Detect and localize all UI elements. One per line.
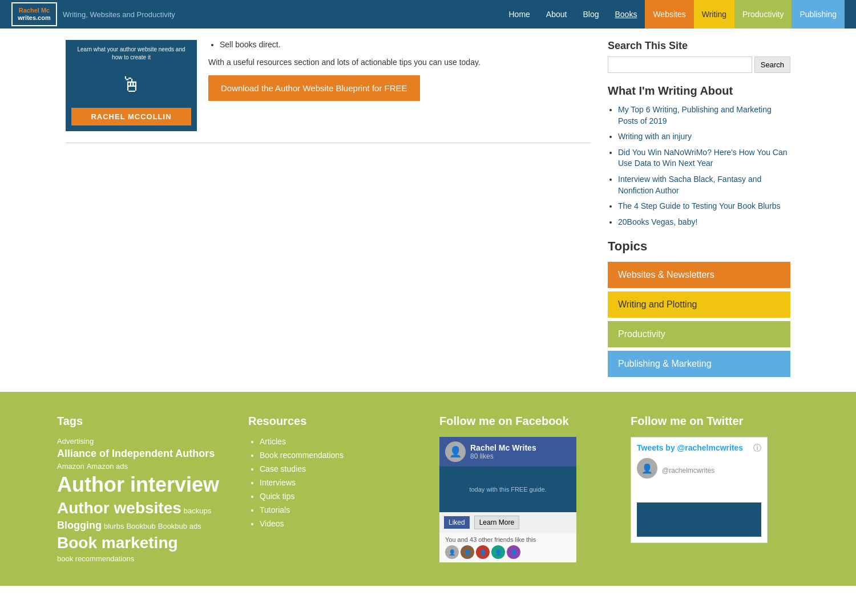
- logo-line1: Rachel Mc: [19, 7, 50, 14]
- tag-link[interactable]: Advertising: [57, 437, 94, 445]
- resource-list-item: Articles: [260, 437, 417, 446]
- tag-link[interactable]: book recommendations: [57, 554, 134, 563]
- resource-link[interactable]: Interviews: [260, 478, 296, 487]
- fb-avatar: 👤: [445, 441, 466, 462]
- tw-post: 👤 Rachel McCollin/McLean @rachelmcwrites…: [637, 458, 761, 497]
- promo-list: Sell books direct.: [208, 40, 591, 49]
- topic-btn-websites[interactable]: Websites & Newsletters: [608, 262, 790, 288]
- tag-link[interactable]: Amazon ads: [87, 462, 128, 471]
- nav-links: Home About Blog Books Websites Writing P…: [500, 0, 845, 29]
- tags-list: Advertising Alliance of Independent Auth…: [57, 437, 225, 563]
- tag-link[interactable]: Bookbub: [126, 522, 155, 530]
- tag-link[interactable]: Bookbub ads: [158, 522, 201, 530]
- writing-list-item[interactable]: My Top 6 Writing, Publishing and Marketi…: [618, 104, 790, 127]
- nav-publishing[interactable]: Publishing: [792, 0, 845, 29]
- fb-actions: Liked Learn More: [439, 512, 576, 533]
- tagline: Writing, Websites and Productivity: [63, 10, 175, 19]
- twitter-box: Tweets by @rachelmcwrites ⓘ 👤 Rachel McC…: [631, 437, 768, 542]
- tw-image: [637, 502, 761, 537]
- fb-friend-4: 👤: [491, 545, 505, 559]
- tw-tweet-text: How to Hire an Editor for Your Book rviv…: [662, 477, 761, 497]
- topics-list: Websites & NewslettersWriting and Plotti…: [608, 262, 790, 377]
- search-button[interactable]: Search: [754, 56, 790, 73]
- nav-productivity[interactable]: Productivity: [734, 0, 792, 29]
- fb-friend-2: 👤: [461, 545, 474, 559]
- facebook-title: Follow me on Facebook: [439, 415, 608, 428]
- topic-btn-writing[interactable]: Writing and Plotting: [608, 291, 790, 318]
- topic-btn-publishing[interactable]: Publishing & Marketing: [608, 351, 790, 377]
- resource-list-item: Tutorials: [260, 505, 417, 514]
- divider: [66, 143, 591, 143]
- tag-link[interactable]: Alliance of Independent Authors: [57, 448, 215, 460]
- resource-link[interactable]: Case studies: [260, 464, 306, 473]
- nav-websites[interactable]: Websites: [645, 0, 693, 29]
- tags-section: Tags Advertising Alliance of Independent…: [57, 415, 225, 563]
- tag-link[interactable]: Book marketing: [57, 534, 178, 552]
- fb-likes: 80 likes: [470, 452, 536, 460]
- fb-friend-1: 👤: [445, 545, 459, 559]
- writing-list-item[interactable]: Interview with Sacha Black, Fantasy and …: [618, 174, 790, 196]
- fb-name: Rachel Mc Writes: [470, 443, 536, 452]
- fb-friends-text: You and 43 other friends like this: [445, 536, 571, 543]
- nav-writing[interactable]: Writing: [694, 0, 734, 29]
- fb-friends: You and 43 other friends like this 👤 👤 👤…: [439, 533, 576, 562]
- writing-list-item[interactable]: Writing with an injury: [618, 131, 790, 143]
- resource-link[interactable]: Tutorials: [260, 505, 290, 514]
- sidebar-search: Search This Site Search: [608, 40, 790, 73]
- writing-list-item[interactable]: 20Books Vegas, baby!: [618, 217, 790, 228]
- page-container: Learn what your author website needs and…: [57, 29, 799, 392]
- topic-btn-productivity[interactable]: Productivity: [608, 321, 790, 347]
- tag-link[interactable]: Blogging: [57, 520, 102, 532]
- nav-blog[interactable]: Blog: [575, 0, 607, 29]
- writing-list-item[interactable]: Did You Win NaNoWriMo? Here's How You Ca…: [618, 147, 790, 169]
- fb-friend-avatars: 👤 👤 👤 👤 👤: [445, 545, 571, 559]
- fb-learn-button[interactable]: Learn More: [474, 516, 519, 529]
- nav-books[interactable]: Books: [607, 0, 645, 29]
- tw-author-name: Rachel McCollin/McLean: [662, 458, 761, 467]
- tag-link[interactable]: Author websites: [57, 499, 181, 517]
- facebook-section: Follow me on Facebook 👤 Rachel Mc Writes…: [439, 415, 608, 563]
- logo[interactable]: Rachel Mc writes.com: [11, 2, 57, 26]
- tw-avatar: 👤: [637, 458, 657, 479]
- tag-link[interactable]: backups: [184, 506, 211, 515]
- tag-link[interactable]: blurbs: [104, 522, 124, 530]
- nav-about[interactable]: About: [538, 0, 575, 29]
- tw-author-handle[interactable]: @rachelmcwrites: [662, 467, 761, 475]
- resource-link[interactable]: Videos: [260, 519, 284, 528]
- tw-handle-label[interactable]: @rachelmcwrites: [677, 443, 744, 452]
- twitter-title: Follow me on Twitter: [631, 415, 799, 428]
- resource-link[interactable]: Articles: [260, 437, 286, 446]
- facebook-box: 👤 Rachel Mc Writes 80 likes today with t…: [439, 437, 576, 562]
- fb-friend-5: 👤: [507, 545, 520, 559]
- fb-liked-button[interactable]: Liked: [444, 516, 470, 529]
- twitter-section: Follow me on Twitter Tweets by @rachelmc…: [631, 415, 799, 563]
- cursor-icon: 🖱: [121, 73, 142, 97]
- sidebar: Search This Site Search What I'm Writing…: [608, 40, 790, 380]
- tag-link[interactable]: Author interview: [57, 473, 219, 497]
- footer-inner: Tags Advertising Alliance of Independent…: [57, 415, 799, 563]
- nav-home[interactable]: Home: [500, 0, 538, 29]
- logo-line2: writes.com: [18, 14, 50, 22]
- tw-header: Tweets by @rachelmcwrites ⓘ: [637, 443, 761, 453]
- resource-list-item: Videos: [260, 519, 417, 528]
- resources-list: ArticlesBook recommendationsCase studies…: [248, 437, 417, 528]
- writing-list: My Top 6 Writing, Publishing and Marketi…: [608, 104, 790, 228]
- download-button[interactable]: Download the Author Website Blueprint fo…: [208, 75, 420, 101]
- promo-list-item: Sell books direct.: [220, 40, 591, 49]
- main-content: Learn what your author website needs and…: [66, 40, 591, 380]
- brand: Rachel Mc writes.com Writing, Websites a…: [11, 2, 175, 26]
- resources-section: Resources ArticlesBook recommendationsCa…: [248, 415, 417, 563]
- search-title: Search This Site: [608, 40, 790, 52]
- search-input[interactable]: [608, 56, 752, 73]
- resource-link[interactable]: Quick tips: [260, 492, 294, 501]
- footer: Tags Advertising Alliance of Independent…: [0, 392, 856, 586]
- navbar: Rachel Mc writes.com Writing, Websites a…: [0, 0, 856, 29]
- writing-list-item[interactable]: The 4 Step Guide to Testing Your Book Bl…: [618, 201, 790, 212]
- tag-link[interactable]: Amazon: [57, 462, 84, 471]
- writing-title: What I'm Writing About: [608, 84, 790, 98]
- resource-list-item: Quick tips: [260, 492, 417, 501]
- resources-title: Resources: [248, 415, 417, 428]
- resource-link[interactable]: Book recommendations: [260, 451, 344, 460]
- tw-content: Rachel McCollin/McLean @rachelmcwrites H…: [662, 458, 761, 497]
- resource-list-item: Interviews: [260, 478, 417, 487]
